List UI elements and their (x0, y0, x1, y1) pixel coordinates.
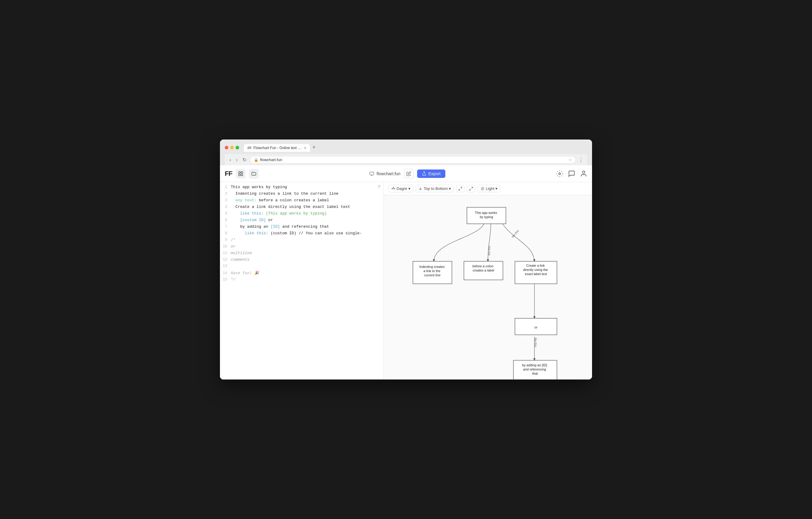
settings-icon[interactable] (556, 170, 563, 177)
header-right (556, 170, 587, 177)
pencil-icon (406, 171, 411, 176)
chat-icon[interactable] (568, 170, 575, 177)
line-number: 1 (220, 185, 231, 189)
theme-chevron: ▾ (495, 186, 497, 191)
direction-label: Top to Bottom (424, 186, 448, 191)
export-button[interactable]: Export (417, 170, 445, 178)
line-number: 8 (220, 231, 231, 235)
line-number: 5 (220, 211, 231, 216)
preview-canvas[interactable]: any text: like this: like this: This app… (384, 195, 592, 379)
code-line: 10or (220, 244, 383, 251)
line-content: or (231, 244, 383, 249)
code-line: 2 Indenting creates a link to the curren… (220, 191, 383, 198)
svg-text:or: or (534, 325, 538, 329)
svg-rect-3 (241, 174, 242, 175)
line-number: 15 (220, 278, 231, 282)
svg-point-14 (394, 188, 395, 189)
maximize-button[interactable] (236, 146, 239, 149)
svg-rect-6 (370, 172, 374, 175)
line-content: like this: (custom ID) // You can also u… (231, 231, 383, 235)
svg-line-28 (484, 187, 484, 188)
line-number: 2 (220, 192, 231, 196)
code-line: 15*/ (220, 277, 383, 284)
svg-text:like this:: like this: (534, 338, 537, 348)
code-line: 13 (220, 264, 383, 270)
domain-text: flowchart.fun (377, 171, 400, 176)
layout-icon (391, 186, 396, 191)
tab-title: Flowchart Fun - Online text to... (253, 146, 302, 150)
user-icon[interactable] (580, 170, 587, 177)
preview-panel: Dagre ▾ Top to Bottom ▾ (384, 182, 592, 379)
diagram-icon-button[interactable] (236, 169, 245, 178)
code-line: 4 Create a link directly using the exact… (220, 204, 383, 211)
app-logo: FF (225, 170, 232, 178)
layout-chevron: ▾ (408, 186, 410, 191)
address-bar[interactable]: 🔒 flowchart.fun ☆ (250, 156, 576, 164)
fit-button[interactable] (456, 185, 465, 192)
export-label: Export (428, 171, 440, 176)
code-lines: 1This app works by typing2 Indenting cre… (220, 182, 383, 286)
tab-close-icon[interactable]: × (304, 146, 307, 150)
svg-text:any text:: any text: (487, 246, 491, 256)
folder-icon (251, 171, 257, 176)
line-number: 4 (220, 205, 231, 209)
fit-icon (458, 186, 462, 191)
svg-point-11 (582, 171, 585, 173)
code-line: 6 [custom ID] or (220, 218, 383, 224)
bookmark-icon[interactable]: ☆ (568, 157, 572, 162)
svg-point-12 (392, 188, 392, 189)
theme-icon (481, 186, 485, 191)
direction-selector[interactable]: Top to Bottom ▾ (415, 185, 454, 192)
folder-icon-button[interactable] (249, 169, 259, 178)
lock-icon: 🔒 (254, 158, 258, 162)
code-line: 5 like this: (This app works by typing) (220, 211, 383, 218)
minimize-button[interactable] (230, 146, 234, 149)
browser-content: FF (220, 165, 592, 379)
tab-favicon: FF (248, 146, 252, 150)
code-line: 11multiline (220, 251, 383, 257)
line-content: comments (231, 257, 383, 262)
line-number: 14 (220, 271, 231, 276)
active-tab[interactable]: FF Flowchart Fun - Online text to... × (244, 144, 310, 152)
address-text: flowchart.fun (260, 157, 567, 162)
app-main: ? 1This app works by typing2 Indenting c… (220, 182, 592, 379)
new-tab-button[interactable]: + (310, 143, 318, 152)
theme-selector[interactable]: Light ▾ (478, 185, 500, 192)
app-header: FF (220, 165, 592, 182)
direction-chevron: ▾ (449, 186, 451, 191)
code-line: 12comments (220, 257, 383, 264)
reload-button[interactable]: ↻ (241, 156, 248, 163)
flowchart-diagram: any text: like this: like this: This app… (398, 201, 578, 379)
layout-selector[interactable]: Dagre ▾ (388, 185, 413, 192)
traffic-lights (225, 146, 239, 149)
close-button[interactable] (225, 146, 228, 149)
domain-display: flowchart.fun (369, 171, 400, 176)
line-number: 12 (220, 258, 231, 262)
header-center: flowchart.fun Export (262, 169, 552, 178)
line-number: 10 (220, 244, 231, 249)
help-icon[interactable]: ? (378, 184, 380, 190)
line-content: /* (231, 238, 383, 242)
line-number: 11 (220, 251, 231, 255)
editor-panel[interactable]: ? 1This app works by typing2 Indenting c… (220, 182, 384, 379)
back-button[interactable]: ‹ (228, 156, 232, 163)
svg-line-27 (481, 190, 482, 190)
code-line: 3 any text: before a colon creates a lab… (220, 198, 383, 204)
svg-line-19 (459, 189, 460, 190)
expand-icon (469, 186, 473, 191)
browser-controls: FF Flowchart Fun - Online text to... × + (225, 143, 587, 152)
browser-titlebar: FF Flowchart Fun - Online text to... × +… (220, 140, 592, 165)
expand-button[interactable] (467, 185, 475, 192)
code-line: 7 by adding an [ID] and referencing that (220, 224, 383, 231)
edit-button[interactable] (404, 169, 413, 178)
line-content: Indenting creates a link to the current … (231, 192, 383, 196)
browser-menu-button[interactable]: ⋮ (578, 156, 584, 163)
code-line: 9/* (220, 237, 383, 244)
line-number: 6 (220, 218, 231, 222)
line-number: 7 (220, 225, 231, 229)
svg-point-13 (393, 187, 394, 188)
forward-button[interactable]: › (235, 156, 238, 163)
share-icon (422, 171, 427, 176)
direction-icon (418, 186, 423, 191)
theme-label: Light (486, 186, 494, 191)
